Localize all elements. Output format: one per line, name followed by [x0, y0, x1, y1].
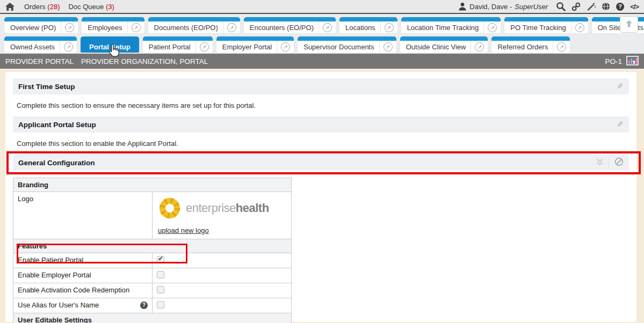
tab-label: Documents (EO/PO)	[148, 21, 223, 33]
popout-icon[interactable]: ↗	[379, 41, 396, 53]
tab-row-1: Overview (PO) ↗ Employees ↗ Documents (E…	[4, 17, 640, 33]
tab-label: Portal Setup	[81, 41, 139, 53]
upload-new-logo-link[interactable]: upload new logo	[158, 226, 209, 234]
home-icon[interactable]	[5, 3, 15, 11]
popout-icon[interactable]: ↗	[380, 21, 397, 33]
table-row-enable-employer-portal: Enable Employer Portal	[13, 268, 292, 283]
tab-employees[interactable]: Employees ↗	[82, 17, 144, 33]
up-arrow-icon	[625, 19, 633, 30]
applicant-portal-setup-description: Complete this section to enable the Appl…	[17, 140, 629, 148]
tab-po-time-tracking[interactable]: PO Time Tracking ↗	[504, 17, 588, 33]
user-menu[interactable]: David, Dave - SuperUser	[458, 2, 548, 11]
logo-text-bold: health	[236, 201, 269, 215]
enterprise-health-logo: enterprisehealth	[158, 196, 286, 220]
tab-label: Employees	[82, 21, 127, 33]
popout-icon[interactable]: ↗	[571, 21, 588, 33]
tab-label: Supervisor Documents	[298, 41, 379, 53]
popout-icon[interactable]: ↗	[61, 21, 78, 33]
popout-icon[interactable]: ↗	[277, 41, 294, 53]
tab-portal-setup[interactable]: Portal Setup	[81, 36, 139, 53]
divider	[609, 157, 609, 168]
enable-activation-code-redemption-checkbox[interactable]	[157, 286, 164, 293]
wand-icon[interactable]	[587, 2, 596, 11]
help-icon[interactable]: ?	[616, 3, 624, 11]
edit-pencil-icon[interactable]: ✎	[617, 120, 624, 129]
tab-label: Owned Assets	[4, 41, 60, 53]
chart-icon[interactable]	[626, 56, 639, 67]
search-icon[interactable]	[556, 2, 566, 11]
table-row-user-editable-header: User Editable Settings	[13, 313, 292, 323]
popout-icon[interactable]: ↗	[223, 21, 240, 33]
table-row-branding-header: Branding	[13, 178, 292, 192]
tab-label: Outside Clinic View	[400, 41, 471, 53]
popout-icon[interactable]: ↗	[60, 41, 77, 53]
nav-doc-queue-label: Doc Queue	[68, 3, 104, 11]
section-title: General Configuration	[18, 159, 95, 167]
popout-icon[interactable]: ↗	[553, 41, 570, 53]
popout-icon[interactable]: ↗	[127, 21, 144, 33]
enable-patient-portal-label: Enable Patient Portal	[13, 253, 153, 268]
user-icon	[458, 2, 467, 11]
tab-employer-portal[interactable]: Employer Portal ↗	[216, 36, 294, 53]
popout-icon[interactable]: ↗	[319, 21, 336, 33]
logo-text-light: enterprise	[186, 201, 236, 215]
tab-label: Referred Orders	[491, 41, 553, 53]
title-bar-right: PO-1	[605, 56, 639, 67]
disable-icon[interactable]	[614, 157, 624, 168]
user-editable-settings-header: User Editable Settings	[13, 313, 292, 323]
popout-icon[interactable]: ↗	[196, 41, 213, 53]
tab-label: Overview (PO)	[4, 21, 61, 33]
popout-icon[interactable]: ↗	[483, 21, 501, 33]
top-bar: Orders (28) Doc Queue (3) David, Dave - …	[0, 0, 644, 14]
tab-documents-eo-po[interactable]: Documents (EO/PO) ↗	[148, 17, 240, 33]
tab-label: Location Time Tracking	[401, 21, 484, 33]
enable-patient-portal-checkbox[interactable]	[157, 256, 164, 263]
record-title-bar: PROVIDER PORTAL PROVIDER ORGANIZATION, P…	[0, 54, 644, 69]
collapse-chevron-icon[interactable]	[596, 158, 603, 168]
section-first-time-setup: First Time Setup ✎	[13, 78, 629, 94]
enable-employer-portal-checkbox[interactable]	[157, 271, 164, 278]
logo-sunburst-icon	[158, 196, 182, 220]
content-area: First Time Setup ✎ Complete this section…	[0, 69, 644, 322]
popout-icon[interactable]: ↗	[471, 41, 488, 53]
tab-outside-clinic-view[interactable]: Outside Clinic View ↗	[400, 36, 488, 53]
tab-location-time-tracking[interactable]: Location Time Tracking ↗	[401, 17, 501, 33]
code-icon[interactable]: </>	[630, 3, 639, 11]
tab-supervisor-documents[interactable]: Supervisor Documents ↗	[298, 36, 396, 53]
nav-orders[interactable]: Orders (28)	[24, 3, 60, 11]
section-general-configuration: General Configuration	[13, 155, 629, 171]
help-tooltip-icon[interactable]: ?	[140, 302, 148, 309]
record-id-badge: PO-1	[605, 57, 622, 65]
tab-referred-orders[interactable]: Referred Orders ↗	[491, 36, 570, 53]
nav-doc-queue[interactable]: Doc Queue (3)	[68, 3, 114, 11]
tab-patient-portal[interactable]: Patient Portal ↗	[143, 36, 213, 53]
globe-icon[interactable]	[602, 2, 610, 11]
scroll-top-button[interactable]	[620, 16, 638, 33]
record-type: PROVIDER PORTAL	[5, 57, 74, 65]
tab-locations[interactable]: Locations ↗	[339, 17, 397, 33]
edit-pencil-icon[interactable]: ✎	[617, 82, 624, 91]
tab-encounters-eo-po[interactable]: Encounters (EO/PO) ↗	[244, 17, 336, 33]
logo-label: Logo	[13, 192, 153, 239]
nav-orders-label: Orders	[24, 3, 46, 11]
tab-label: Patient Portal	[143, 41, 196, 53]
link-icon[interactable]	[571, 2, 581, 11]
tab-strip: Overview (PO) ↗ Employees ↗ Documents (E…	[0, 14, 644, 54]
use-alias-checkbox[interactable]	[157, 301, 164, 309]
section-applicant-portal-setup: Applicant Portal Setup ✎	[13, 116, 629, 133]
tab-label: Locations	[339, 21, 380, 33]
enable-activation-code-redemption-label: Enable Activation Code Redemption	[13, 283, 153, 298]
section-title: Applicant Portal Setup	[18, 121, 96, 129]
logo-cell: enterprisehealth upload new logo	[153, 192, 292, 239]
table-row-enable-patient-portal: Enable Patient Portal	[13, 253, 292, 268]
top-bar-right: David, Dave - SuperUser ? </>	[458, 2, 639, 11]
tab-owned-assets[interactable]: Owned Assets ↗	[4, 36, 77, 53]
use-alias-label: Use Alias for User's Name	[18, 301, 99, 309]
portal-setup-panel: First Time Setup ✎ Complete this section…	[5, 72, 636, 322]
tab-label: Encounters (EO/PO)	[244, 21, 319, 33]
table-row-use-alias: Use Alias for User's Name ?	[13, 298, 292, 313]
first-time-setup-description: Complete this section to ensure the nece…	[17, 101, 629, 109]
tab-overview-po[interactable]: Overview (PO) ↗	[4, 17, 78, 33]
general-configuration-table: Branding Logo enterprisehealth upload ne…	[13, 178, 292, 323]
tab-row-2: Owned Assets ↗ Portal Setup Patient Port…	[4, 36, 640, 53]
